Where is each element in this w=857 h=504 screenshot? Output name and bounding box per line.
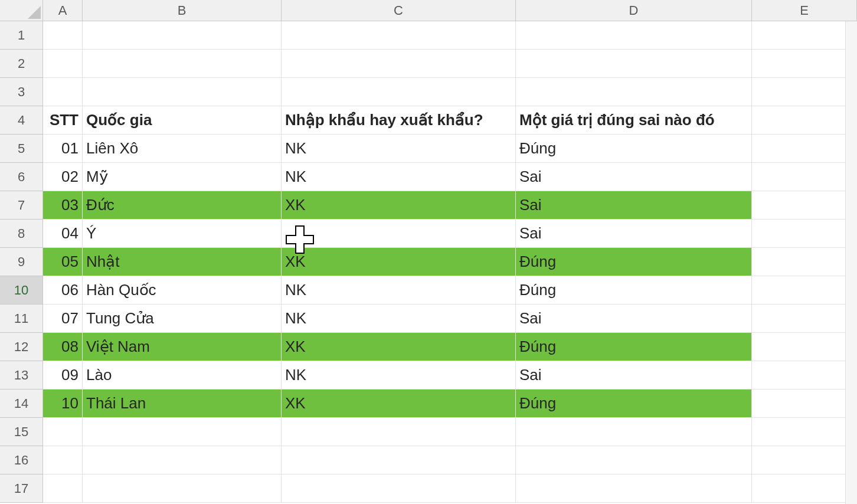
cell-A14[interactable]: 10 bbox=[43, 390, 83, 418]
row-header-9[interactable]: 9 bbox=[0, 248, 43, 276]
cell-A17[interactable] bbox=[43, 474, 83, 503]
cell-A12[interactable]: 08 bbox=[43, 333, 83, 361]
row-header-3[interactable]: 3 bbox=[0, 78, 43, 106]
cell-E5[interactable] bbox=[752, 135, 857, 163]
cell-B12[interactable]: Việt Nam bbox=[83, 333, 282, 361]
cell-A3[interactable] bbox=[43, 78, 83, 106]
row-header-4[interactable]: 4 bbox=[0, 106, 43, 135]
cell-A2[interactable] bbox=[43, 50, 83, 78]
cell-B4-country-header[interactable]: Quốc gia bbox=[83, 106, 282, 135]
cell-B13[interactable]: Lào bbox=[83, 361, 282, 390]
cell-B11[interactable]: Tung Cửa bbox=[83, 305, 282, 333]
cell-C13[interactable]: NK bbox=[282, 361, 516, 390]
cell-D8[interactable]: Sai bbox=[516, 220, 752, 248]
cell-D1[interactable] bbox=[516, 21, 752, 50]
col-header-C[interactable]: C bbox=[282, 0, 516, 21]
vertical-scrollbar[interactable] bbox=[845, 21, 857, 504]
cell-A7[interactable]: 03 bbox=[43, 191, 83, 220]
select-all-corner[interactable] bbox=[0, 0, 43, 21]
cell-E6[interactable] bbox=[752, 163, 857, 191]
cell-C11[interactable]: NK bbox=[282, 305, 516, 333]
cell-B9[interactable]: Nhật bbox=[83, 248, 282, 276]
cell-A6[interactable]: 02 bbox=[43, 163, 83, 191]
cell-B1[interactable] bbox=[83, 21, 282, 50]
cell-E7[interactable] bbox=[752, 191, 857, 220]
cell-C14[interactable]: XK bbox=[282, 390, 516, 418]
cell-D7[interactable]: Sai bbox=[516, 191, 752, 220]
cell-C17[interactable] bbox=[282, 474, 516, 503]
cell-B16[interactable] bbox=[83, 446, 282, 474]
cell-D15[interactable] bbox=[516, 418, 752, 446]
cell-D4-truefalse-header[interactable]: Một giá trị đúng sai nào đó bbox=[516, 106, 752, 135]
cell-B3[interactable] bbox=[83, 78, 282, 106]
cell-A15[interactable] bbox=[43, 418, 83, 446]
cell-C16[interactable] bbox=[282, 446, 516, 474]
cell-A5[interactable]: 01 bbox=[43, 135, 83, 163]
cell-E15[interactable] bbox=[752, 418, 857, 446]
col-header-A[interactable]: A bbox=[43, 0, 83, 21]
cell-A11[interactable]: 07 bbox=[43, 305, 83, 333]
cell-A13[interactable]: 09 bbox=[43, 361, 83, 390]
cell-C5[interactable]: NK bbox=[282, 135, 516, 163]
cell-D9[interactable]: Đúng bbox=[516, 248, 752, 276]
cell-A10[interactable]: 06 bbox=[43, 276, 83, 305]
cell-D11[interactable]: Sai bbox=[516, 305, 752, 333]
cell-D10[interactable]: Đúng bbox=[516, 276, 752, 305]
cell-B15[interactable] bbox=[83, 418, 282, 446]
cell-B17[interactable] bbox=[83, 474, 282, 503]
cell-E9[interactable] bbox=[752, 248, 857, 276]
row-header-13[interactable]: 13 bbox=[0, 361, 43, 390]
cell-E12[interactable] bbox=[752, 333, 857, 361]
cell-A16[interactable] bbox=[43, 446, 83, 474]
col-header-D[interactable]: D bbox=[516, 0, 752, 21]
row-header-11[interactable]: 11 bbox=[0, 305, 43, 333]
row-header-6[interactable]: 6 bbox=[0, 163, 43, 191]
cell-C12[interactable]: XK bbox=[282, 333, 516, 361]
cell-C6[interactable]: NK bbox=[282, 163, 516, 191]
row-header-7[interactable]: 7 bbox=[0, 191, 43, 220]
cell-A8[interactable]: 04 bbox=[43, 220, 83, 248]
cell-C10[interactable]: NK bbox=[282, 276, 516, 305]
cell-B7[interactable]: Đức bbox=[83, 191, 282, 220]
cell-E4[interactable] bbox=[752, 106, 857, 135]
cell-A4-stt-header[interactable]: STT bbox=[43, 106, 83, 135]
row-header-15[interactable]: 15 bbox=[0, 418, 43, 446]
cell-E16[interactable] bbox=[752, 446, 857, 474]
cell-C15[interactable] bbox=[282, 418, 516, 446]
cell-C3[interactable] bbox=[282, 78, 516, 106]
cell-E13[interactable] bbox=[752, 361, 857, 390]
cell-B14[interactable]: Thái Lan bbox=[83, 390, 282, 418]
col-header-B[interactable]: B bbox=[83, 0, 282, 21]
cell-E1[interactable] bbox=[752, 21, 857, 50]
cell-E8[interactable] bbox=[752, 220, 857, 248]
row-header-12[interactable]: 12 bbox=[0, 333, 43, 361]
row-header-5[interactable]: 5 bbox=[0, 135, 43, 163]
cell-D14[interactable]: Đúng bbox=[516, 390, 752, 418]
spreadsheet-grid[interactable]: A B C D E 1 2 3 4 STT Quốc gia Nhập khẩu… bbox=[0, 0, 857, 503]
row-header-2[interactable]: 2 bbox=[0, 50, 43, 78]
row-header-10[interactable]: 10 bbox=[0, 276, 43, 305]
cell-B5[interactable]: Liên Xô bbox=[83, 135, 282, 163]
cell-D17[interactable] bbox=[516, 474, 752, 503]
cell-C1[interactable] bbox=[282, 21, 516, 50]
cell-E10[interactable] bbox=[752, 276, 857, 305]
row-header-16[interactable]: 16 bbox=[0, 446, 43, 474]
cell-E3[interactable] bbox=[752, 78, 857, 106]
cell-D5[interactable]: Đúng bbox=[516, 135, 752, 163]
row-header-14[interactable]: 14 bbox=[0, 390, 43, 418]
row-header-1[interactable]: 1 bbox=[0, 21, 43, 50]
cell-A9[interactable]: 05 bbox=[43, 248, 83, 276]
cell-C4-importexport-header[interactable]: Nhập khẩu hay xuất khẩu? bbox=[282, 106, 516, 135]
cell-E14[interactable] bbox=[752, 390, 857, 418]
cell-B8[interactable]: Ý bbox=[83, 220, 282, 248]
cell-C2[interactable] bbox=[282, 50, 516, 78]
cell-D6[interactable]: Sai bbox=[516, 163, 752, 191]
cell-D12[interactable]: Đúng bbox=[516, 333, 752, 361]
cell-D2[interactable] bbox=[516, 50, 752, 78]
row-header-8[interactable]: 8 bbox=[0, 220, 43, 248]
cell-C9[interactable]: XK bbox=[282, 248, 516, 276]
cell-C8[interactable] bbox=[282, 220, 516, 248]
cell-D13[interactable]: Sai bbox=[516, 361, 752, 390]
cell-D3[interactable] bbox=[516, 78, 752, 106]
cell-B6[interactable]: Mỹ bbox=[83, 163, 282, 191]
